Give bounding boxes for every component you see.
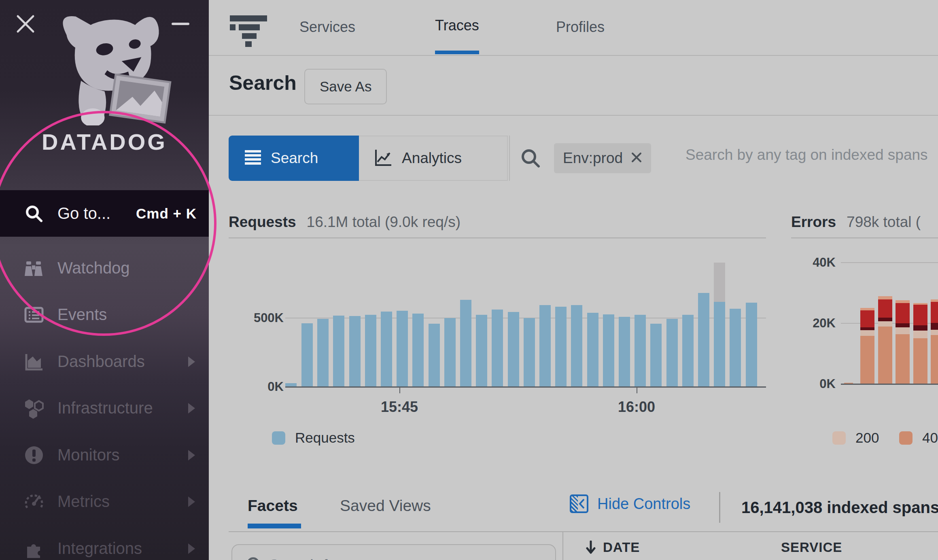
errors-bar-segment[interactable]: [860, 327, 874, 330]
sidebar-item-label: Integrations: [57, 539, 142, 558]
errors-bar-segment[interactable]: [860, 308, 874, 310]
sidebar-item-watchdog[interactable]: Watchdog: [0, 245, 209, 291]
close-icon[interactable]: [16, 15, 35, 33]
requests-bar[interactable]: [698, 293, 709, 386]
errors-bar-segment[interactable]: [878, 296, 892, 299]
requests-bar[interactable]: [539, 305, 551, 386]
errors-bar-segment[interactable]: [878, 299, 892, 318]
tab-services[interactable]: Services: [299, 0, 355, 54]
table-header-service-label: SERVICE: [781, 540, 842, 555]
errors-bar-segment[interactable]: [896, 323, 910, 328]
facet-search-placeholder: Search facets: [269, 556, 365, 560]
errors-bar-segment[interactable]: [931, 335, 938, 384]
sidebar-item-infrastructure[interactable]: Infrastructure: [0, 385, 209, 431]
errors-bar-segment[interactable]: [878, 317, 892, 321]
requests-bar[interactable]: [524, 318, 535, 386]
tab-saved-views[interactable]: Saved Views: [340, 497, 431, 515]
chevron-right-icon: [188, 496, 195, 507]
gauge-icon: [23, 491, 45, 512]
errors-bar-segment[interactable]: [931, 302, 938, 323]
errors-bar-segment[interactable]: [860, 330, 874, 336]
tab-traces[interactable]: Traces: [435, 0, 479, 54]
requests-bar[interactable]: [635, 315, 646, 386]
analytics-view-toggle[interactable]: Analytics: [359, 136, 508, 181]
sidebar-item-events[interactable]: Events: [0, 291, 209, 338]
tab-profiles[interactable]: Profiles: [556, 0, 605, 54]
errors-bar-segment[interactable]: [913, 303, 927, 305]
search-icon: [23, 203, 45, 224]
minimize-icon[interactable]: [172, 23, 189, 25]
requests-hover-bar: [714, 263, 725, 302]
search-view-toggle[interactable]: Search: [229, 136, 359, 181]
trace-search-input[interactable]: Search by any tag on indexed spans: [685, 146, 928, 163]
requests-bar[interactable]: [381, 312, 392, 386]
sidebar-item-integrations[interactable]: Integrations: [0, 525, 209, 560]
filter-chip-env-prod[interactable]: Env:prod: [554, 143, 651, 173]
errors-bar-segment[interactable]: [913, 331, 927, 339]
sidebar-item-monitors[interactable]: Monitors: [0, 432, 209, 478]
facet-search-input[interactable]: Search facets: [231, 544, 556, 560]
errors-bar-segment[interactable]: [896, 300, 910, 303]
errors-legend-400[interactable]: 400: [899, 430, 938, 446]
chevron-right-icon: [188, 543, 195, 554]
datadog-logo: [40, 7, 174, 125]
sidebar-item-metrics[interactable]: Metrics: [0, 478, 209, 525]
requests-summary: 16.1M total (9.0k req/s): [307, 214, 461, 230]
errors-bar-segment[interactable]: [896, 334, 910, 384]
errors-bar-segment[interactable]: [878, 327, 892, 384]
requests-bar[interactable]: [587, 313, 598, 386]
collapse-panel-icon: [570, 494, 588, 513]
save-as-button[interactable]: Save As: [304, 69, 387, 104]
requests-bar[interactable]: [429, 324, 440, 386]
requests-bar[interactable]: [571, 305, 582, 386]
errors-bar-segment[interactable]: [896, 303, 910, 323]
requests-bar[interactable]: [444, 318, 456, 386]
requests-bar[interactable]: [650, 324, 662, 386]
errors-bar-segment[interactable]: [878, 321, 892, 327]
requests-bar[interactable]: [619, 317, 630, 386]
requests-bar[interactable]: [397, 311, 408, 386]
tab-facets[interactable]: Facets: [248, 497, 298, 515]
requests-bar[interactable]: [746, 303, 757, 386]
errors-bar-segment[interactable]: [860, 336, 874, 384]
errors-bars[interactable]: [841, 243, 938, 384]
requests-bar[interactable]: [412, 314, 424, 386]
requests-bar[interactable]: [317, 319, 329, 386]
errors-bar-segment[interactable]: [896, 327, 910, 334]
requests-bars[interactable]: [285, 241, 766, 386]
requests-bar[interactable]: [285, 383, 297, 386]
requests-bar[interactable]: [333, 316, 344, 386]
errors-bar-segment[interactable]: [931, 323, 938, 330]
chip-remove-icon[interactable]: [631, 150, 642, 167]
chevron-right-icon: [188, 403, 195, 414]
hide-controls-button[interactable]: Hide Controls: [570, 494, 690, 513]
errors-bar-segment[interactable]: [931, 299, 938, 302]
requests-x-axis: [285, 386, 766, 388]
requests-bar[interactable]: [492, 310, 503, 386]
errors-bar-segment[interactable]: [931, 330, 938, 335]
requests-bar[interactable]: [460, 300, 471, 386]
requests-bar[interactable]: [730, 309, 741, 386]
requests-bar[interactable]: [714, 302, 725, 386]
requests-bar[interactable]: [682, 315, 694, 386]
table-header-date[interactable]: DATE: [585, 540, 640, 555]
errors-legend-200[interactable]: 200: [832, 430, 879, 446]
requests-bar[interactable]: [349, 316, 361, 386]
errors-bar-segment[interactable]: [913, 338, 927, 384]
main-content: Services Traces Profiles Search Save As …: [209, 0, 938, 560]
errors-bar-segment[interactable]: [913, 325, 927, 331]
binoculars-icon: [23, 258, 45, 279]
requests-bar[interactable]: [365, 315, 376, 386]
requests-bar[interactable]: [508, 312, 519, 386]
requests-bar[interactable]: [301, 323, 313, 386]
sidebar-item-goto[interactable]: Go to... Cmd + K: [0, 190, 209, 237]
requests-legend[interactable]: Requests: [272, 430, 355, 446]
requests-bar[interactable]: [476, 315, 487, 386]
requests-bar[interactable]: [666, 319, 678, 386]
sidebar-item-dashboards[interactable]: Dashboards: [0, 338, 209, 385]
errors-bar-segment[interactable]: [860, 310, 874, 327]
errors-bar-segment[interactable]: [913, 305, 927, 325]
requests-bar[interactable]: [555, 307, 567, 386]
table-header-service[interactable]: SERVICE: [781, 540, 842, 555]
requests-bar[interactable]: [603, 314, 614, 387]
